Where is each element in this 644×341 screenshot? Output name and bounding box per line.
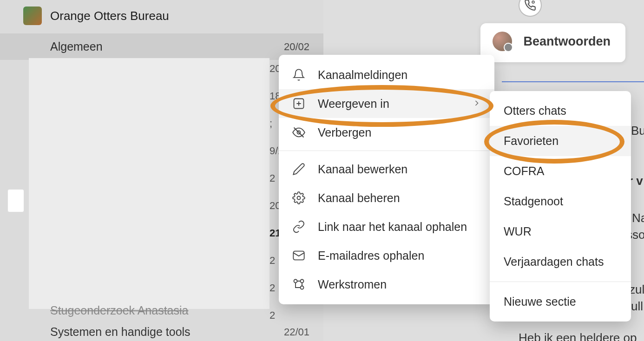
submenu-item-wur[interactable]: WUR <box>490 216 631 247</box>
submenu-weergeven-in: Otters chats Favorieten COFRA Stadgenoot… <box>490 91 631 321</box>
add-box-icon <box>292 97 306 111</box>
context-menu: Kanaalmeldingen Weergeven in Verbergen K… <box>279 55 494 304</box>
user-avatar <box>493 32 512 51</box>
link-icon <box>292 220 306 234</box>
menu-item-kanaalmeldingen[interactable]: Kanaalmeldingen <box>279 60 494 89</box>
left-slim-box <box>7 189 24 212</box>
submenu-item-verjaardagen[interactable]: Verjaardagen chats <box>490 247 631 277</box>
svg-point-6 <box>301 286 304 289</box>
content-snippet: Na <box>632 211 644 225</box>
svg-point-3 <box>297 197 301 200</box>
menu-label: Kanaal beheren <box>318 191 400 205</box>
workflow-icon <box>292 277 306 291</box>
menu-divider <box>279 151 494 151</box>
svg-rect-4 <box>293 251 304 260</box>
gear-icon <box>292 191 306 205</box>
reply-label: Beantwoorden <box>523 34 611 49</box>
divider-line <box>502 81 644 82</box>
menu-item-kanaal-bewerken[interactable]: Kanaal bewerken <box>279 155 494 184</box>
content-snippet: ull <box>631 299 643 314</box>
chevron-right-icon <box>472 97 481 111</box>
channel-partial: Stugeonderzoek Anastasia <box>50 304 188 317</box>
content-snippet: zul <box>629 282 644 297</box>
submenu-item-otters-chats[interactable]: Otters chats <box>490 96 631 126</box>
menu-label: Weergeven in <box>318 97 389 111</box>
content-snippet: Heb ik een heldere op <box>519 331 637 341</box>
hide-icon <box>292 125 306 139</box>
menu-item-link-ophalen[interactable]: Link naar het kanaal ophalen <box>279 212 494 241</box>
menu-item-email-ophalen[interactable]: E-mailadres ophalen <box>279 241 494 270</box>
bell-icon <box>292 68 306 82</box>
svg-point-7 <box>301 280 304 283</box>
menu-item-verbergen[interactable]: Verbergen <box>279 118 494 147</box>
mail-icon <box>292 249 306 262</box>
svg-point-5 <box>294 280 297 283</box>
menu-item-werkstromen[interactable]: Werkstromen <box>279 270 494 299</box>
submenu-item-favorieten[interactable]: Favorieten <box>490 126 631 156</box>
channel-label: Systemen en handige tools <box>50 325 191 339</box>
submenu-item-stadgenoot[interactable]: Stadgenoot <box>490 186 631 216</box>
channel-row-systemen[interactable]: Systemen en handige tools 22/01 <box>0 319 323 341</box>
pencil-icon <box>292 162 306 176</box>
submenu-divider <box>490 282 631 282</box>
submenu-item-cofra[interactable]: COFRA <box>490 156 631 186</box>
menu-label: Werkstromen <box>318 278 387 291</box>
blank-sidebar-area <box>29 58 269 309</box>
menu-label: Link naar het kanaal ophalen <box>318 220 467 234</box>
menu-label: Kanaal bewerken <box>318 163 407 176</box>
menu-label: Verbergen <box>318 126 371 139</box>
content-snippet: Bus <box>631 124 644 138</box>
menu-label: E-mailadres ophalen <box>318 249 424 262</box>
menu-label: Kanaalmeldingen <box>318 68 407 82</box>
menu-item-kanaal-beheren[interactable]: Kanaal beheren <box>279 184 494 212</box>
reply-bar[interactable]: Beantwoorden <box>480 23 625 62</box>
menu-item-weergeven-in[interactable]: Weergeven in <box>279 89 494 118</box>
submenu-item-nieuwe-sectie[interactable]: Nieuwe sectie <box>490 287 631 317</box>
channel-date: 22/01 <box>284 326 309 338</box>
